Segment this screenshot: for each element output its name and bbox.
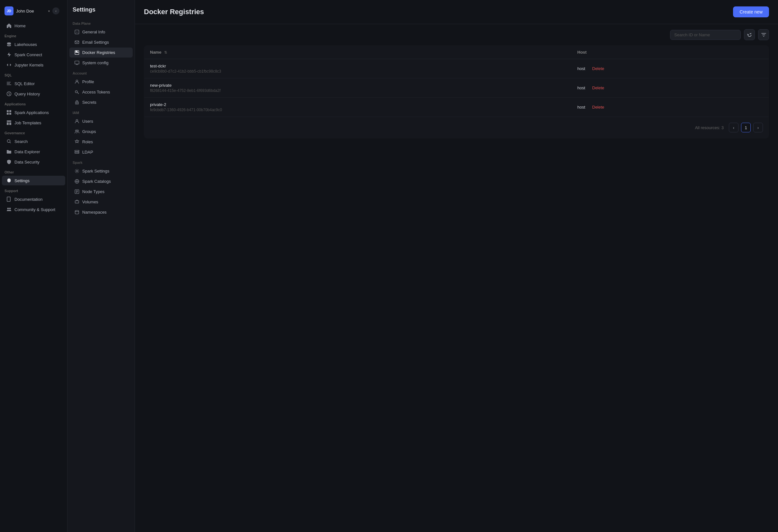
settings-label-profile: Profile <box>82 79 94 84</box>
collapse-sidebar-button[interactable]: ‹ <box>52 7 60 14</box>
sidebar-item-spark-applications[interactable]: Spark Applications <box>2 107 65 117</box>
cell-host-2: host Delete <box>571 78 769 98</box>
svg-point-15 <box>9 208 11 210</box>
delete-button-1[interactable]: Delete <box>592 66 605 71</box>
settings-label-secrets: Secrets <box>82 100 96 105</box>
database-icon <box>6 42 12 47</box>
settings-label-users: Users <box>82 119 93 124</box>
sidebar-item-sql-editor[interactable]: SQL Editor <box>2 79 65 88</box>
sidebar-item-settings[interactable]: Settings <box>2 176 65 185</box>
monitor-icon <box>75 60 79 65</box>
refresh-button[interactable] <box>744 29 755 40</box>
settings-item-general-info[interactable]: General Info <box>69 27 133 37</box>
sidebar-item-data-explorer[interactable]: Data Explorer <box>2 147 65 156</box>
grid-icon <box>6 110 12 115</box>
settings-label-email-settings: Email Settings <box>82 40 109 45</box>
settings-label-spark-settings: Spark Settings <box>82 169 109 173</box>
catalog-icon <box>75 179 79 184</box>
svg-rect-10 <box>7 123 9 125</box>
settings-item-users[interactable]: Users <box>69 116 133 126</box>
svg-point-23 <box>77 103 77 103</box>
sidebar-label-community: Community & Support <box>14 207 55 212</box>
settings-item-namespaces[interactable]: Namespaces <box>69 207 133 217</box>
svg-point-0 <box>7 43 11 44</box>
delete-button-2[interactable]: Delete <box>592 85 605 90</box>
prev-page-button[interactable]: ‹ <box>729 123 738 132</box>
settings-item-profile[interactable]: Profile <box>69 77 133 87</box>
namespace-icon <box>75 210 79 215</box>
create-new-button[interactable]: Create new <box>733 6 769 17</box>
toolbar <box>135 24 778 45</box>
node-icon <box>75 189 79 194</box>
sidebar-item-job-templates[interactable]: Job Templates <box>2 118 65 128</box>
sidebar-label-jupyter-kernels: Jupyter Kernels <box>14 63 44 68</box>
sidebar-label-sql-editor: SQL Editor <box>14 81 35 86</box>
sidebar-item-query-history[interactable]: Query History <box>2 89 65 99</box>
settings-item-system-config[interactable]: System config <box>69 58 133 68</box>
settings-section-account: Account <box>68 68 135 76</box>
cell-name-2: new-private f8268144-415e-4752-8eb1-6f69… <box>144 78 572 98</box>
settings-item-access-tokens[interactable]: Access Tokens <box>69 87 133 97</box>
settings-label-roles: Roles <box>82 139 93 144</box>
registries-table: Name ⇅ Host test-dckr ce9cb8b0-d7c2-41b2… <box>144 45 769 139</box>
search-input[interactable] <box>670 30 741 40</box>
sidebar-item-data-security[interactable]: Data Security <box>2 157 65 167</box>
settings-item-node-types[interactable]: Node Types <box>69 186 133 197</box>
svg-rect-8 <box>9 113 11 115</box>
shield-icon <box>6 159 12 164</box>
community-icon <box>6 207 12 212</box>
next-page-button[interactable]: › <box>753 123 763 132</box>
svg-point-12 <box>7 140 10 143</box>
settings-section-iam: IAM <box>68 107 135 116</box>
sidebar-item-community[interactable]: Community & Support <box>2 205 65 214</box>
docker-icon <box>75 50 79 55</box>
settings-item-docker-registries[interactable]: Docker Registries <box>69 48 133 58</box>
user-menu[interactable]: JD John Doe ▾ ‹ <box>0 4 67 18</box>
settings-item-roles[interactable]: Roles <box>69 137 133 147</box>
settings-item-volumes[interactable]: Volumes <box>69 197 133 207</box>
registry-name-3: private-2 <box>150 102 566 107</box>
sidebar-item-documentation[interactable]: Documentation <box>2 195 65 204</box>
sidebar-label-home: Home <box>14 23 26 28</box>
settings-item-secrets[interactable]: Secrets <box>69 97 133 107</box>
svg-rect-6 <box>9 110 11 112</box>
svg-rect-19 <box>75 61 79 64</box>
search-icon <box>6 139 12 144</box>
chevron-down-icon: ▾ <box>48 9 50 13</box>
cell-host-3: host Delete <box>571 98 769 117</box>
refresh-icon <box>747 32 752 37</box>
roles-icon <box>75 139 79 144</box>
filter-icon <box>761 32 766 37</box>
sidebar-item-search[interactable]: Search <box>2 137 65 146</box>
settings-item-email-settings[interactable]: Email Settings <box>69 37 133 47</box>
delete-button-3[interactable]: Delete <box>592 105 605 109</box>
svg-rect-3 <box>7 82 11 83</box>
sidebar-label-spark-applications: Spark Applications <box>14 110 49 115</box>
column-header-name: Name ⇅ <box>144 46 572 59</box>
pagination-row: All resources: 3 ‹ 1 › <box>144 117 769 139</box>
sidebar-item-spark-connect[interactable]: Spark Connect <box>2 50 65 60</box>
svg-point-14 <box>7 208 9 210</box>
sidebar-item-lakehouses[interactable]: Lakehouses <box>2 40 65 49</box>
info-icon <box>75 29 79 34</box>
settings-item-ldap[interactable]: LDAP <box>69 147 133 157</box>
clock-icon <box>6 91 12 96</box>
svg-rect-7 <box>7 113 9 115</box>
svg-point-31 <box>76 170 78 172</box>
gear-spark-icon <box>75 169 79 173</box>
current-page-button[interactable]: 1 <box>741 123 751 132</box>
person-icon <box>75 119 79 124</box>
svg-point-29 <box>78 151 78 151</box>
settings-item-groups[interactable]: Groups <box>69 127 133 137</box>
settings-section-data-plane: Data Plane <box>68 18 135 27</box>
settings-label-volumes: Volumes <box>82 200 98 204</box>
secrets-icon <box>75 100 79 105</box>
table-row: new-private f8268144-415e-4752-8eb1-6f69… <box>144 78 769 98</box>
sidebar-item-home[interactable]: Home <box>2 21 65 30</box>
sidebar-item-jupyter-kernels[interactable]: Jupyter Kernels <box>2 60 65 70</box>
filter-button[interactable] <box>758 29 769 40</box>
settings-item-spark-catalogs[interactable]: Spark Catalogs <box>69 176 133 186</box>
settings-item-spark-settings[interactable]: Spark Settings <box>69 166 133 176</box>
main-content: Docker Registries Create new Name ⇅ Host <box>135 0 778 532</box>
settings-label-node-types: Node Types <box>82 189 104 194</box>
